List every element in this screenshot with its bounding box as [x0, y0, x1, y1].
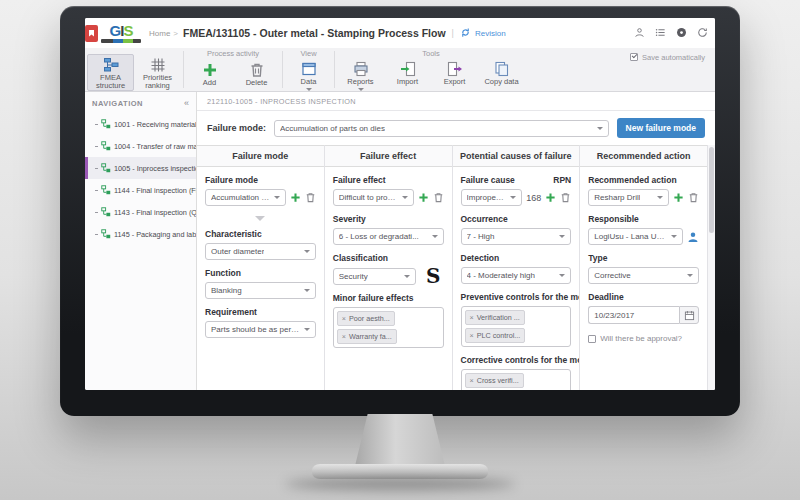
notifications-icon[interactable]	[676, 27, 688, 39]
field-label: Recommended action	[588, 175, 699, 185]
vertical-scrollbar[interactable]	[707, 145, 715, 390]
approval-label: Will there be approval?	[600, 334, 682, 343]
ribbon-toolbar: FMEA structure Priorities ranking Proces…	[85, 48, 715, 92]
chevron-down-icon	[304, 289, 310, 292]
add-label: Add	[203, 79, 216, 87]
data-dropdown-caret	[306, 88, 312, 91]
export-button[interactable]: Export	[431, 58, 478, 92]
failure-effect-select[interactable]: Difficult to process th	[333, 189, 414, 206]
monitor-bezel: GIS Home > FMEA/131105 - Outer metal - S…	[60, 6, 740, 416]
nav-item-label: 1005 - Inprocess inspection	[114, 164, 196, 173]
chip[interactable]: ×Poor aesth...	[337, 311, 395, 326]
nav-bullet	[95, 146, 98, 147]
list-icon[interactable]	[655, 27, 667, 39]
responsible-select[interactable]: LogiUsu - Lana Usher	[588, 228, 683, 245]
new-failure-mode-button[interactable]: New failure mode	[617, 118, 705, 138]
data-button[interactable]: Data	[285, 58, 332, 92]
chip-remove-icon[interactable]: ×	[342, 314, 346, 323]
field-label: Corrective controls for the mode	[461, 355, 572, 365]
minor-failure-effects-box[interactable]: ×Poor aesth... ×Warranty fa...	[333, 307, 444, 348]
nav-item-1143[interactable]: 1143 - Final inspection (Q/v)	[85, 201, 196, 223]
detection-select[interactable]: 4 - Moderately high	[461, 267, 572, 284]
page-title: FMEA/131105 - Outer metal - Stamping Pro…	[183, 27, 446, 39]
add-failure-mode-icon[interactable]	[290, 192, 301, 203]
nav-item-label: 1144 - Final inspection (Fro)	[114, 186, 196, 195]
user-icon[interactable]	[634, 27, 646, 39]
priorities-ranking-button[interactable]: Priorities ranking	[134, 54, 181, 91]
calendar-picker-button[interactable]	[679, 306, 699, 324]
chevron-down-icon	[559, 235, 565, 238]
chip-remove-icon[interactable]: ×	[470, 313, 474, 322]
revision-button[interactable]: Revision	[460, 27, 506, 39]
reports-label: Reports	[347, 78, 373, 86]
import-button[interactable]: Import	[384, 58, 431, 92]
nav-item-1145[interactable]: 1145 - Packaging and labeling	[85, 223, 196, 245]
chip-remove-icon[interactable]: ×	[470, 376, 474, 385]
fmea-structure-button[interactable]: FMEA structure	[87, 54, 134, 91]
nav-item-1001[interactable]: 1001 - Receiving material and Ins	[85, 113, 196, 135]
requirement-select[interactable]: Parts should be as per print drawing.	[205, 321, 316, 338]
collapse-panel-icon[interactable]: «	[184, 98, 189, 108]
chip[interactable]: ×Verification ...	[465, 310, 525, 325]
nav-item-1004[interactable]: 1004 - Transfer of raw materials	[85, 135, 196, 157]
nav-item-label: 1143 - Final inspection (Q/v)	[114, 208, 196, 217]
copy-data-button[interactable]: Copy data	[478, 58, 525, 92]
recommended-action-select[interactable]: Resharp Drill	[588, 189, 669, 206]
main-content: 212110-1005 - INPROCESS INSPECTION Failu…	[197, 92, 715, 390]
nav-item-1144[interactable]: 1144 - Final inspection (Fro)	[85, 179, 196, 201]
failure-mode-select[interactable]: Accumulation of part	[205, 189, 286, 206]
assign-user-icon[interactable]	[687, 231, 699, 243]
delete-action-icon[interactable]	[688, 192, 699, 203]
approval-toggle[interactable]: Will there be approval?	[588, 334, 699, 343]
collapse-section-icon[interactable]	[255, 216, 265, 221]
chip[interactable]: ×Warranty fa...	[337, 329, 397, 344]
scrollbar-thumb[interactable]	[709, 147, 714, 233]
delete-failure-cause-icon[interactable]	[560, 192, 571, 203]
field-label: Failure mode	[205, 175, 316, 185]
reports-button[interactable]: Reports	[337, 58, 384, 92]
reports-dropdown-caret	[358, 88, 364, 91]
chip[interactable]: ×PLC control...	[465, 328, 526, 343]
ribbon-group-structure: FMEA structure Priorities ranking	[85, 48, 183, 91]
chip[interactable]: ×Cross verifi...	[465, 373, 524, 388]
save-automatically-toggle[interactable]: Save automatically	[630, 48, 715, 91]
save-automatically-label: Save automatically	[642, 53, 705, 62]
classification-select[interactable]: Security	[333, 268, 416, 285]
delete-failure-effect-icon[interactable]	[433, 192, 444, 203]
add-failure-effect-icon[interactable]	[418, 192, 429, 203]
add-action-icon[interactable]	[673, 192, 684, 203]
occurrence-select[interactable]: 7 - High	[461, 228, 572, 245]
chip-label: Verification ...	[477, 313, 520, 322]
save-automatically-checkbox[interactable]	[630, 53, 638, 61]
delete-failure-mode-icon[interactable]	[305, 192, 316, 203]
chip-remove-icon[interactable]: ×	[470, 331, 474, 340]
chevron-down-icon	[597, 127, 603, 130]
corrective-controls-mode-box[interactable]: ×Cross verifi... ×Guiding pin...	[461, 369, 572, 390]
approval-checkbox[interactable]	[588, 335, 596, 343]
failure-cause-select[interactable]: Improper method of p	[461, 189, 523, 206]
refresh-icon[interactable]	[697, 27, 709, 39]
nav-item-1005[interactable]: 1005 - Inprocess inspection	[85, 157, 196, 179]
chip-label: Cross verifi...	[477, 376, 519, 385]
header-actions	[634, 27, 709, 39]
chip-remove-icon[interactable]: ×	[342, 332, 346, 341]
gis-logo-text: GIS	[110, 23, 133, 38]
app-icon	[85, 25, 98, 42]
deadline-date-input[interactable]: 10/23/2017	[588, 306, 679, 324]
function-select[interactable]: Blanking	[205, 282, 316, 299]
field-label: Failure effect	[333, 175, 444, 185]
ribbon-group-view: View Data	[283, 48, 334, 91]
preventive-controls-mode-box[interactable]: ×Verification ... ×PLC control...	[461, 306, 572, 347]
priorities-ranking-label: Priorities ranking	[135, 74, 180, 90]
field-label: Severity	[333, 214, 444, 224]
process-flow-icon	[101, 229, 111, 239]
breadcrumb-home[interactable]: Home	[149, 29, 170, 38]
type-select[interactable]: Corrective	[588, 267, 699, 284]
add-button[interactable]: Add	[186, 59, 233, 91]
failure-mode-row-label: Failure mode:	[207, 123, 266, 133]
severity-select[interactable]: 6 - Loss or degradati...	[333, 228, 444, 245]
delete-button[interactable]: Delete	[233, 59, 280, 91]
failure-mode-main-select[interactable]: Accumulation of parts on dies	[274, 120, 609, 137]
characteristic-select[interactable]: Outer diameter	[205, 243, 316, 260]
add-failure-cause-icon[interactable]	[545, 192, 556, 203]
